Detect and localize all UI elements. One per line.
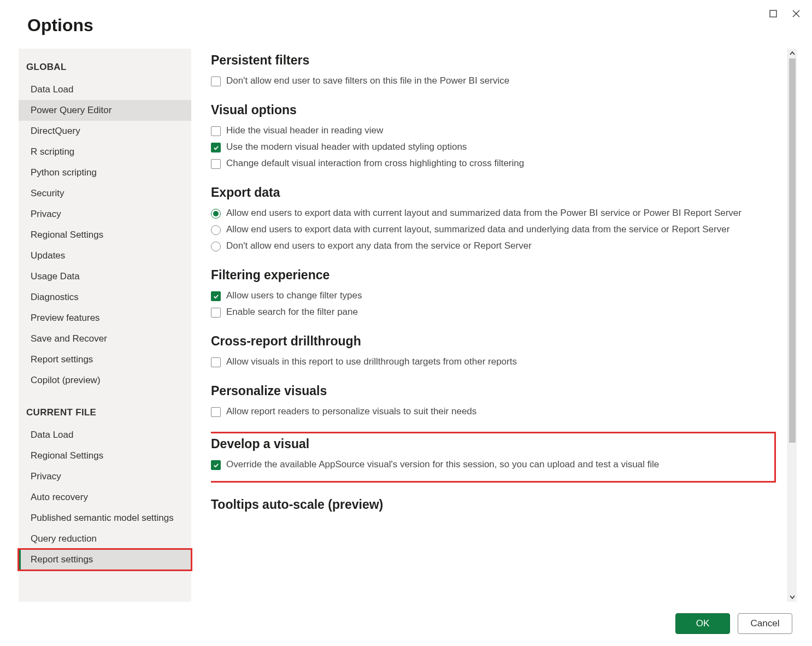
- maximize-icon[interactable]: [767, 8, 779, 20]
- group-cross-report: Cross-report drillthrough Allow visuals …: [211, 334, 774, 367]
- scroll-down-icon[interactable]: [788, 592, 797, 602]
- heading-persistent-filters: Persistent filters: [211, 53, 774, 68]
- window-controls: [767, 0, 802, 20]
- heading-tooltips-autoscale: Tooltips auto-scale (preview): [211, 497, 774, 512]
- svg-rect-0: [770, 10, 776, 17]
- checkbox-icon[interactable]: [211, 77, 221, 86]
- opt-persistent-filters-dont-allow[interactable]: Don't allow end user to save filters on …: [211, 75, 774, 86]
- sidebar-item-global-regional[interactable]: Regional Settings: [19, 225, 191, 245]
- checkbox-icon[interactable]: [211, 357, 221, 367]
- radio-icon[interactable]: [211, 242, 221, 251]
- heading-personalize-visuals: Personalize visuals: [211, 384, 774, 398]
- sidebar-item-global-python-scripting[interactable]: Python scripting: [19, 162, 191, 183]
- opt-label: Don't allow end user to save filters on …: [226, 75, 509, 86]
- opt-personalize-visuals[interactable]: Allow report readers to personalize visu…: [211, 406, 774, 417]
- scroll-track[interactable]: [788, 58, 797, 592]
- opt-label: Enable search for the filter pane: [226, 307, 358, 318]
- opt-export-underlying[interactable]: Allow end users to export data with curr…: [211, 224, 774, 235]
- sidebar-item-global-usage-data[interactable]: Usage Data: [19, 266, 191, 287]
- opt-modern-visual-header[interactable]: Use the modern visual header with update…: [211, 142, 774, 152]
- group-develop-visual: Develop a visual Override the available …: [211, 433, 774, 481]
- opt-cross-filtering-default[interactable]: Change default visual interaction from c…: [211, 158, 774, 169]
- sidebar-item-global-r-scripting[interactable]: R scripting: [19, 142, 191, 162]
- radio-icon[interactable]: [211, 225, 221, 235]
- sidebar-item-cf-privacy[interactable]: Privacy: [19, 466, 191, 487]
- sidebar-item-cf-published-semantic[interactable]: Published semantic model settings: [19, 508, 191, 528]
- sidebar-item-global-privacy[interactable]: Privacy: [19, 204, 191, 225]
- opt-hide-visual-header[interactable]: Hide the visual header in reading view: [211, 125, 774, 136]
- heading-develop-visual: Develop a visual: [211, 437, 770, 451]
- sidebar-item-global-power-query[interactable]: Power Query Editor: [19, 100, 191, 121]
- opt-enable-search-filter-pane[interactable]: Enable search for the filter pane: [211, 307, 774, 318]
- sidebar: GLOBAL Data LoadPower Query EditorDirect…: [19, 49, 191, 602]
- opt-label: Allow end users to export data with curr…: [226, 224, 729, 235]
- opt-label: Hide the visual header in reading view: [226, 125, 383, 136]
- opt-label: Override the available AppSource visual'…: [226, 459, 659, 470]
- group-tooltips-autoscale: Tooltips auto-scale (preview): [211, 497, 774, 512]
- opt-label: Use the modern visual header with update…: [226, 142, 467, 152]
- sidebar-item-cf-auto-recovery[interactable]: Auto recovery: [19, 487, 191, 508]
- sidebar-item-cf-data-load[interactable]: Data Load: [19, 425, 191, 445]
- checkbox-icon[interactable]: [211, 460, 221, 470]
- titlebar: Options: [0, 0, 812, 36]
- sidebar-item-cf-query-reduction[interactable]: Query reduction: [19, 528, 191, 549]
- sidebar-item-global-security[interactable]: Security: [19, 183, 191, 204]
- vertical-scrollbar[interactable]: [787, 49, 797, 602]
- checkbox-icon[interactable]: [211, 159, 221, 169]
- heading-visual-options: Visual options: [211, 103, 774, 118]
- group-persistent-filters: Persistent filters Don't allow end user …: [211, 53, 774, 86]
- sidebar-header-global: GLOBAL: [19, 56, 191, 79]
- dialog-title: Options: [27, 15, 93, 36]
- checkbox-icon[interactable]: [211, 308, 221, 318]
- group-personalize-visuals: Personalize visuals Allow report readers…: [211, 384, 774, 417]
- scroll-thumb[interactable]: [789, 58, 796, 443]
- group-export-data: Export data Allow end users to export da…: [211, 185, 774, 251]
- checkbox-icon[interactable]: [211, 143, 221, 152]
- opt-export-summarized[interactable]: Allow end users to export data with curr…: [211, 208, 774, 219]
- scroll-up-icon[interactable]: [788, 49, 797, 58]
- close-icon[interactable]: [790, 8, 802, 20]
- sidebar-item-cf-regional[interactable]: Regional Settings: [19, 445, 191, 466]
- opt-label: Allow visuals in this report to use dril…: [226, 356, 517, 367]
- opt-change-filter-types[interactable]: Allow users to change filter types: [211, 290, 774, 301]
- opt-label: Change default visual interaction from c…: [226, 158, 524, 169]
- sidebar-item-global-save-recover[interactable]: Save and Recover: [19, 328, 191, 349]
- opt-cross-report-drillthrough[interactable]: Allow visuals in this report to use dril…: [211, 356, 774, 367]
- main-area: GLOBAL Data LoadPower Query EditorDirect…: [0, 36, 812, 602]
- sidebar-item-global-preview-features[interactable]: Preview features: [19, 308, 191, 328]
- opt-override-appsource-visual[interactable]: Override the available AppSource visual'…: [211, 459, 770, 470]
- checkbox-icon[interactable]: [211, 407, 221, 417]
- opt-label: Allow end users to export data with curr…: [226, 208, 742, 219]
- opt-label: Don't allow end users to export any data…: [226, 240, 532, 251]
- ok-button[interactable]: OK: [675, 613, 730, 634]
- opt-label: Allow report readers to personalize visu…: [226, 406, 476, 417]
- radio-icon[interactable]: [211, 209, 221, 219]
- group-visual-options: Visual options Hide the visual header in…: [211, 103, 774, 169]
- heading-cross-report: Cross-report drillthrough: [211, 334, 774, 349]
- opt-label: Allow users to change filter types: [226, 290, 362, 301]
- sidebar-item-global-copilot[interactable]: Copilot (preview): [19, 370, 191, 391]
- sidebar-item-global-data-load[interactable]: Data Load: [19, 79, 191, 100]
- dialog-footer: OK Cancel: [675, 613, 792, 634]
- sidebar-item-global-updates[interactable]: Updates: [19, 245, 191, 266]
- sidebar-item-global-directquery[interactable]: DirectQuery: [19, 121, 191, 142]
- sidebar-item-cf-report-settings[interactable]: Report settings: [19, 549, 191, 570]
- content-scroll: Persistent filters Don't allow end user …: [211, 49, 787, 602]
- checkbox-icon[interactable]: [211, 126, 221, 136]
- cancel-button[interactable]: Cancel: [738, 613, 792, 634]
- content-wrap: Persistent filters Don't allow end user …: [211, 49, 797, 602]
- sidebar-header-current-file: CURRENT FILE: [19, 402, 191, 425]
- heading-filtering-experience: Filtering experience: [211, 268, 774, 283]
- group-filtering-experience: Filtering experience Allow users to chan…: [211, 268, 774, 318]
- opt-export-none[interactable]: Don't allow end users to export any data…: [211, 240, 774, 251]
- sidebar-item-global-diagnostics[interactable]: Diagnostics: [19, 287, 191, 308]
- sidebar-item-global-report-settings[interactable]: Report settings: [19, 349, 191, 370]
- heading-export-data: Export data: [211, 185, 774, 200]
- checkbox-icon[interactable]: [211, 291, 221, 301]
